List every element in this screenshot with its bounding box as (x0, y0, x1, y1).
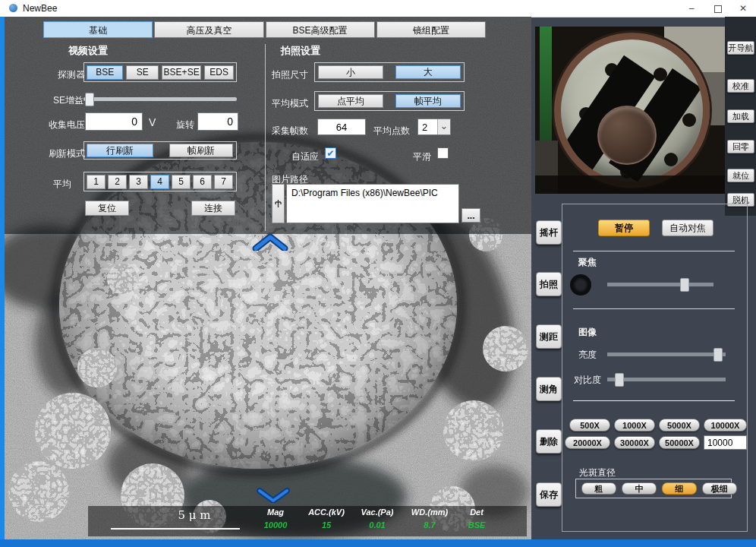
detector-eds-button[interactable]: EDS (204, 65, 234, 80)
spot-fine-button[interactable]: 细 (662, 482, 697, 495)
adaptive-label: 自适应 (291, 150, 319, 163)
smooth-checkbox[interactable] (437, 147, 449, 159)
average-4-button[interactable]: 4 (150, 175, 169, 189)
video-settings-title: 视频设置 (68, 44, 108, 58)
info-col-vac: Vac.(Pa) 0.01 (351, 507, 403, 530)
sample-stub (597, 106, 657, 165)
se-gain-label: SE增益 (53, 94, 83, 107)
nav-calibrate-button[interactable]: 校准 (727, 79, 754, 93)
capture-button[interactable]: 拍照 (536, 272, 562, 296)
divider (573, 251, 735, 251)
tab-hv-vacuum[interactable]: 高压及真空 (154, 21, 263, 38)
refresh-frame-button[interactable]: 帧刷新 (169, 144, 233, 157)
mag-1000x-button[interactable]: 1000X (614, 419, 655, 432)
adaptive-checkbox[interactable]: ✔ (325, 147, 336, 159)
refresh-line-button[interactable]: 行刷新 (87, 144, 153, 157)
pause-button[interactable]: 暂停 (598, 220, 650, 236)
tab-basic[interactable]: 基础 (43, 21, 153, 38)
tab-bse-advanced[interactable]: BSE高级配置 (266, 21, 375, 38)
avg-frame-button[interactable]: 帧平均 (395, 94, 461, 108)
acc-value: 15 (301, 520, 352, 530)
save-button[interactable]: 保存 (536, 482, 562, 507)
detector-se-button[interactable]: SE (126, 65, 159, 80)
chevron-down-icon[interactable] (257, 488, 290, 503)
reset-button[interactable]: 复位 (85, 201, 129, 216)
spot-ultrafine-button[interactable]: 极细 (702, 482, 737, 495)
size-large-button[interactable]: 大 (395, 65, 461, 79)
average-7-button[interactable]: 7 (214, 175, 233, 189)
focus-slider[interactable] (607, 283, 713, 286)
stage-hole (682, 113, 696, 127)
avg-point-button[interactable]: 点平均 (318, 94, 383, 108)
browse-button[interactable]: ... (461, 208, 480, 223)
square-outline-icon (714, 5, 722, 13)
windows-taskbar[interactable] (0, 539, 756, 547)
average-label: 平均 (53, 178, 71, 191)
acc-header: ACC.(kV) (301, 507, 352, 517)
spot-coarse-button[interactable]: 粗 (581, 482, 616, 495)
average-1-button[interactable]: 1 (87, 175, 106, 189)
measure-distance-button[interactable]: 测距 (536, 324, 562, 349)
info-col-acc: ACC.(kV) 15 (301, 507, 352, 530)
se-gain-slider[interactable] (83, 97, 237, 101)
focus-slider-thumb[interactable] (680, 278, 689, 292)
brightness-slider-thumb[interactable] (713, 348, 723, 362)
maximize-button[interactable] (706, 0, 730, 17)
average-6-button[interactable]: 6 (193, 175, 212, 189)
path-anchor-button[interactable] (272, 184, 285, 223)
collect-voltage-label: 收集电压 (49, 119, 85, 131)
magnification-input[interactable] (704, 435, 747, 450)
average-2-button[interactable]: 2 (108, 175, 127, 189)
nav-in-position-button[interactable]: 就位 (727, 169, 754, 182)
average-3-button[interactable]: 3 (129, 175, 148, 189)
nav-load-button[interactable]: 加载 (727, 109, 754, 123)
close-button[interactable]: ✕ (731, 0, 755, 17)
focus-target-icon[interactable] (570, 274, 591, 296)
chevron-down-icon[interactable]: ⌄ (437, 119, 450, 134)
autofocus-button[interactable]: 自动对焦 (662, 220, 713, 236)
average-group: 1 2 3 4 5 6 7 (83, 172, 237, 191)
photo-settings-title: 拍照设置 (281, 44, 320, 58)
voltage-unit-label: V (149, 116, 156, 128)
mag-20000x-button[interactable]: 20000X (565, 436, 610, 449)
detector-bse-button[interactable]: BSE (87, 65, 123, 80)
se-gain-slider-thumb[interactable] (85, 93, 94, 106)
nav-open-navigation-button[interactable]: 开导航 (727, 41, 754, 55)
contrast-slider[interactable] (607, 378, 726, 381)
points-label: 平均点数 (373, 125, 410, 138)
det-value: BSE (451, 520, 502, 530)
mag-500x-button[interactable]: 500X (569, 419, 610, 432)
tab-lens-config[interactable]: 镜组配置 (376, 21, 486, 38)
chevron-up-icon[interactable] (252, 234, 288, 251)
refresh-mode-group: 行刷新 帧刷新 (83, 141, 237, 160)
detector-bse-se-button[interactable]: BSE+SE (162, 65, 201, 80)
mag-10000x-button[interactable]: 10000X (704, 419, 747, 432)
average-5-button[interactable]: 5 (172, 175, 191, 189)
sample-stage (554, 33, 710, 188)
refresh-mode-label: 刷新模式 (49, 147, 85, 160)
spot-diameter-group: 粗 中 细 极细 (575, 479, 732, 498)
joystick-button[interactable]: 摇杆 (536, 220, 562, 245)
collect-voltage-input[interactable] (85, 112, 143, 131)
brightness-slider[interactable] (607, 353, 726, 356)
contrast-slider-thumb[interactable] (615, 373, 624, 387)
minimize-button[interactable]: – (679, 0, 704, 17)
mag-5000x-button[interactable]: 5000X (659, 419, 700, 432)
nav-return-zero-button[interactable]: 回零 (727, 140, 754, 153)
sem-image-viewport[interactable]: 基础 高压及真空 BSE高级配置 镜组配置 视频设置 探测器 BSE SE BS… (5, 17, 531, 539)
points-dropdown[interactable]: 2 ⌄ (417, 119, 451, 135)
frames-input[interactable] (317, 119, 366, 135)
connect-button[interactable]: 连接 (191, 201, 235, 216)
info-col-det: Det BSE (451, 507, 502, 530)
photo-size-label: 拍照尺寸 (272, 68, 308, 81)
spot-medium-button[interactable]: 中 (622, 482, 657, 495)
measure-angle-button[interactable]: 测角 (536, 377, 562, 401)
mag-30000x-button[interactable]: 30000X (614, 436, 655, 449)
mag-header: Mag (250, 507, 301, 517)
smooth-label: 平滑 (413, 150, 431, 163)
mag-50000x-button[interactable]: 50000X (659, 436, 700, 449)
size-small-button[interactable]: 小 (318, 65, 383, 79)
delete-button[interactable]: 删除 (536, 429, 562, 454)
picture-path-box[interactable]: D:\Program Files (x86)\NewBee\PIC (286, 184, 459, 223)
rotation-input[interactable] (197, 112, 238, 131)
